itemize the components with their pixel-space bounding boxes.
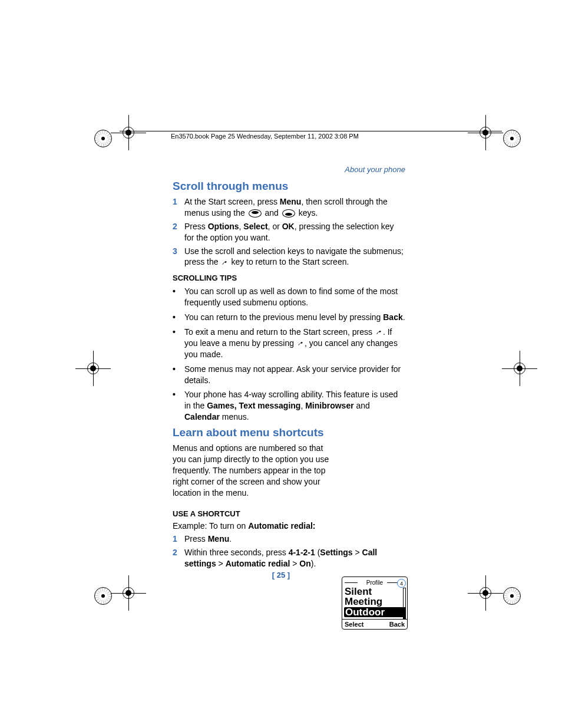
steps-shortcut: 1 Press Menu. 2 Within three seconds, pr… [173,533,405,569]
page: En3570.book Page 25 Wednesday, September… [0,0,562,728]
list-item: •You can return to the previous menu lev… [173,312,405,323]
step-3: 3 Use the scroll and selection keys to n… [173,246,405,268]
page-slug: En3570.book Page 25 Wednesday, September… [171,133,359,140]
profile-item-selected: Outdoor [344,607,405,617]
content-area: About your phone Scroll through menus 1 … [173,165,405,574]
example-line: Example: To turn on Automatic redial: [173,521,405,532]
step-2: 2 Press Options, Select, or OK, pressing… [173,221,405,243]
step-body: At the Start screen, press Menu, then sc… [184,196,405,219]
tips-list: •You can scroll up as well as down to fi… [173,286,405,423]
scroll-down-icon [249,209,262,218]
softkey-left: Select [345,621,363,628]
step-2: 2 Within three seconds, press 4-1-2-1 (S… [173,547,405,569]
menu-index-badge: 4 [397,579,406,588]
header-rule [120,131,502,131]
heading-scroll-through-menus: Scroll through menus [173,180,405,193]
crosshair-icon [502,351,537,386]
phone-screen-illustration: Profile 4 Silent Meeting Outdoor Select … [342,577,408,630]
end-call-key-icon [220,259,229,267]
crosshair-icon [75,351,111,386]
page-number: [ 25 ] [0,571,562,579]
step-number: 3 [173,246,184,268]
crosshair-icon [468,115,503,150]
step-1: 1 Press Menu. [173,533,405,545]
crosshair-icon [111,115,146,150]
screen-title: Profile [365,579,385,586]
step-number: 1 [173,533,184,545]
list-item: •Your phone has 4-way scrolling ability.… [173,389,405,423]
step-body: Press Options, Select, or OK, pressing t… [184,221,405,243]
step-body: Use the scroll and selection keys to nav… [184,246,405,268]
paragraph: Menus and options are numbered so that y… [173,443,332,498]
screen-scrollbar-icon [403,588,406,620]
steps-scroll: 1 At the Start screen, press Menu, then … [173,196,405,268]
end-call-key-icon [375,328,383,337]
subheading-scrolling-tips: SCROLLING TIPS [173,274,405,282]
heading-learn-shortcuts: Learn about menu shortcuts [173,426,405,439]
profile-item: Meeting [342,597,407,607]
running-header: About your phone [173,165,405,174]
step-1: 1 At the Start screen, press Menu, then … [173,196,405,219]
list-item: •Some menus may not appear. Ask your ser… [173,364,405,386]
crosshair-icon [111,575,146,611]
crosshair-icon [468,575,503,611]
list-item: •To exit a menu and return to the Start … [173,327,405,360]
step-number: 1 [173,196,184,219]
softkey-right: Back [389,621,405,628]
scroll-up-icon [282,209,295,218]
profile-item: Silent [342,587,407,597]
step-body: Within three seconds, press 4-1-2-1 (Set… [184,547,405,569]
step-number: 2 [173,547,184,569]
subheading-use-shortcut: USE A SHORTCUT [173,509,405,518]
list-item: •You can scroll up as well as down to fi… [173,286,405,308]
step-body: Press Menu. [184,533,405,545]
end-call-key-icon [296,340,305,348]
step-number: 2 [173,221,184,243]
